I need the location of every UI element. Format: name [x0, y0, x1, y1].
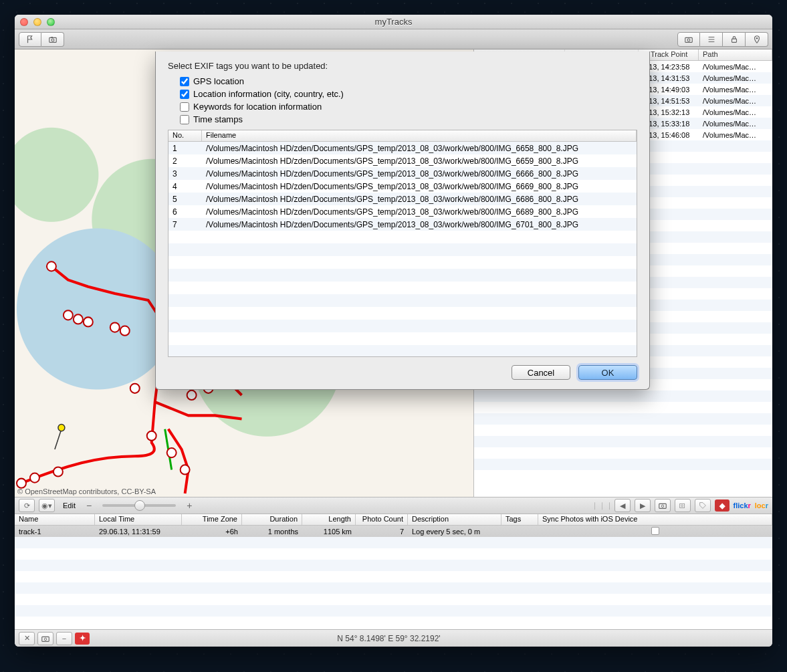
exif-dialog: Select EXIF tags you want to be updated:… — [155, 51, 650, 390]
file-row[interactable]: 5/Volumes/Macintosh HD/zden/Documents/GP… — [168, 193, 637, 205]
zoom-out-button[interactable]: − — [84, 500, 94, 511]
exif-checkbox-1[interactable] — [180, 90, 189, 99]
export-photo-button[interactable] — [675, 499, 691, 512]
svg-point-12 — [120, 326, 130, 336]
zoom-in-button[interactable]: + — [184, 500, 195, 511]
tag-photo-button[interactable] — [695, 499, 711, 512]
dialog-title: Select EXIF tags you want to be updated: — [168, 61, 637, 71]
file-row[interactable]: 6/Volumes/Macintosh HD/zden/Documents/GP… — [168, 205, 637, 218]
show-photo-button[interactable] — [655, 499, 671, 512]
file-row[interactable]: 2/Volumes/Macintosh HD/zden/Documents/GP… — [168, 154, 637, 167]
tracks-col-photocount[interactable]: Photo Count — [356, 514, 408, 525]
exif-option-3[interactable]: Time stamps — [168, 113, 637, 126]
edit-label[interactable]: Edit — [59, 501, 80, 510]
file-row[interactable]: 4/Volumes/Macintosh HD/zden/Documents/GP… — [168, 180, 637, 193]
exif-option-1[interactable]: Location information (city, country, etc… — [168, 88, 637, 100]
svg-point-7 — [47, 261, 56, 271]
photos-col-path[interactable]: Path — [699, 49, 772, 60]
svg-point-16 — [181, 465, 190, 474]
map-toolbar: ⟳ ◉▾ Edit − + ⎹⎹⎹ ◀ ▶ ◆ flickr locr — [15, 497, 772, 514]
remove-button[interactable]: − — [56, 632, 72, 645]
svg-point-6 — [756, 37, 758, 39]
svg-line-22 — [55, 429, 62, 449]
svg-rect-5 — [732, 39, 736, 42]
exif-checkbox-0[interactable] — [180, 77, 189, 86]
file-row[interactable]: 7/Volumes/Macintosh HD/zden/Documents/GP… — [168, 218, 637, 231]
svg-point-25 — [661, 505, 664, 508]
ok-button[interactable]: OK — [578, 365, 637, 380]
svg-point-23 — [58, 425, 65, 431]
exif-checkbox-2[interactable] — [180, 102, 189, 112]
file-row[interactable]: 1/Volumes/Macintosh HD/zden/Documents/GP… — [168, 142, 637, 154]
svg-point-13 — [130, 384, 140, 393]
file-table[interactable]: No. Filename 1/Volumes/Macintosh HD/zden… — [168, 130, 637, 357]
svg-point-21 — [53, 467, 63, 476]
sync-checkbox[interactable] — [651, 527, 659, 535]
file-col-filename[interactable]: Filename — [202, 130, 637, 141]
svg-point-9 — [74, 314, 83, 324]
tracks-col-sync[interactable]: Sync Photos with iOS Device — [538, 514, 772, 525]
window-title: myTracks — [15, 17, 772, 27]
google-earth-icon[interactable]: ◆ — [715, 499, 729, 512]
tracks-col-length[interactable]: Length — [302, 514, 356, 525]
panel-grip-icon[interactable]: ⎹⎹⎹ — [588, 501, 610, 510]
zoom-slider[interactable] — [102, 504, 176, 507]
svg-point-29 — [44, 638, 47, 641]
cancel-button[interactable]: Cancel — [512, 365, 570, 380]
flickr-icon[interactable]: flickr — [734, 501, 751, 510]
tracks-col-tags[interactable]: Tags — [501, 514, 538, 525]
reload-button[interactable]: ⟳ — [19, 499, 35, 512]
locr-icon[interactable]: locr — [755, 501, 768, 510]
svg-rect-2 — [51, 37, 53, 38]
svg-point-20 — [30, 473, 39, 483]
coordinates-label: N 54° 8.1498' E 59° 32.2192' — [92, 634, 685, 643]
pin-view-button[interactable] — [746, 32, 768, 47]
top-toolbar — [15, 29, 772, 49]
svg-rect-26 — [679, 503, 684, 508]
file-col-no[interactable]: No. — [168, 130, 202, 141]
record-button[interactable]: ✦ — [75, 633, 90, 645]
list-view-button[interactable] — [700, 32, 723, 47]
snapshot-button[interactable] — [37, 632, 53, 645]
exif-option-2[interactable]: Keywords for location information — [168, 100, 637, 113]
tracks-col-desc[interactable]: Description — [408, 514, 501, 525]
svg-point-27 — [681, 505, 683, 507]
tracks-table[interactable]: track-129.06.13, 11:31:59+6h1 months1105… — [15, 526, 772, 629]
tracks-col-duration[interactable]: Duration — [242, 514, 302, 525]
status-bar: ✕ − ✦ N 54° 8.1498' E 59° 32.2192' — [15, 629, 772, 647]
tracks-col-name[interactable]: Name — [15, 514, 95, 525]
titlebar[interactable]: myTracks — [15, 15, 772, 29]
delete-button[interactable]: ✕ — [19, 632, 35, 645]
tracks-col-localtime[interactable]: Local Time — [95, 514, 182, 525]
exif-option-0[interactable]: GPS location — [168, 75, 637, 88]
camera-button[interactable] — [41, 32, 64, 47]
svg-point-15 — [167, 448, 177, 457]
minimize-window-button[interactable] — [33, 18, 41, 26]
svg-point-11 — [110, 322, 120, 332]
svg-rect-24 — [659, 503, 666, 508]
svg-point-14 — [147, 431, 156, 441]
tracks-header: Name Local Time Time Zone Duration Lengt… — [15, 514, 772, 526]
svg-point-4 — [687, 38, 690, 41]
exif-checkbox-3[interactable] — [180, 115, 189, 124]
svg-point-1 — [51, 38, 54, 41]
lock-view-button[interactable] — [723, 32, 746, 47]
file-row[interactable]: 3/Volumes/Macintosh HD/zden/Documents/GP… — [168, 167, 637, 180]
next-photo-button[interactable]: ▶ — [635, 499, 651, 512]
prev-photo-button[interactable]: ◀ — [614, 499, 631, 512]
tracks-col-tz[interactable]: Time Zone — [182, 514, 242, 525]
svg-point-17 — [187, 390, 197, 400]
zoom-window-button[interactable] — [47, 18, 55, 26]
visibility-menu[interactable]: ◉▾ — [39, 499, 55, 512]
track-row[interactable]: track-129.06.13, 11:31:59+6h1 months1105… — [15, 526, 772, 537]
svg-point-19 — [17, 479, 26, 488]
svg-rect-28 — [42, 637, 49, 641]
map-attribution: © OpenStreetMap contributors, CC-BY-SA — [17, 487, 156, 495]
close-window-button[interactable] — [20, 18, 28, 26]
svg-point-8 — [64, 310, 73, 320]
app-window: myTracks — [15, 15, 772, 647]
flag-button[interactable] — [19, 32, 41, 47]
photo-view-button[interactable] — [677, 32, 700, 47]
svg-point-10 — [84, 317, 93, 326]
